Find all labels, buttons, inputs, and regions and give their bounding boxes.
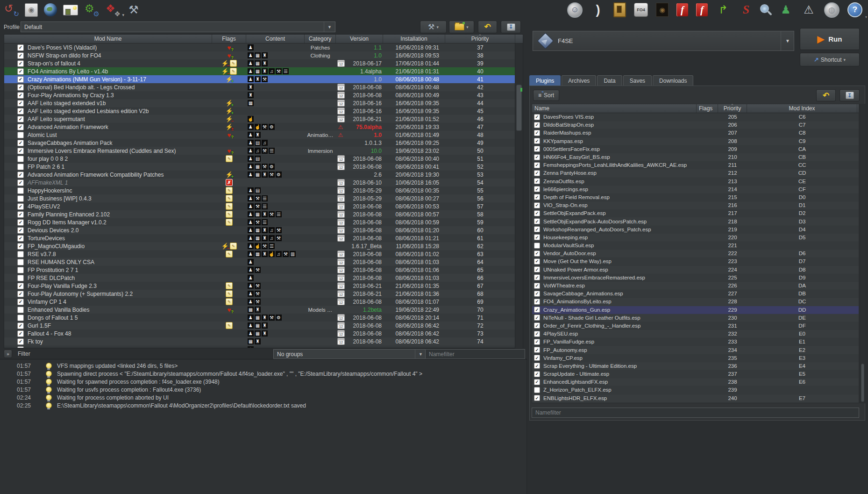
mod-row[interactable]: Just Business [WIP] 0.4.3✎♟⚒☰122018-05-2…: [4, 194, 515, 202]
plugin-row[interactable]: ✓000SettlersFaceFix.esp209CA: [532, 145, 859, 153]
mod-checkbox[interactable]: ✓: [17, 211, 24, 218]
mod-row[interactable]: ✓Four-Play Vanilla Fudge 2.3✎♟⚒122018-06…: [4, 282, 515, 290]
mod-checkbox[interactable]: ✓: [17, 116, 24, 122]
column-header-content[interactable]: Content: [246, 35, 305, 43]
mod-row[interactable]: FP RSE DLCPatch♟122018-06-0808/06/2018 0…: [4, 274, 515, 282]
tools-menu-button[interactable]: ⚒ ▾: [420, 21, 447, 33]
mod-checkbox[interactable]: [17, 307, 24, 313]
plugin-checkbox[interactable]: ✓: [534, 194, 540, 200]
settings-gears-icon[interactable]: ⚙⚙: [84, 2, 99, 17]
vaultboy-green-icon[interactable]: ♟: [778, 2, 793, 17]
plugin-list-scrollbar[interactable]: [860, 104, 865, 403]
plugin-checkbox[interactable]: ✓: [534, 234, 540, 240]
plugin-checkbox[interactable]: ✓: [534, 379, 540, 385]
mod-row[interactable]: four play 0 0 8 2✎♟▤122018-06-0808/06/20…: [4, 155, 515, 163]
plugin-checkbox[interactable]: ✓: [534, 299, 540, 305]
plugin-checkbox[interactable]: ✓: [534, 307, 540, 313]
plugin-checkbox[interactable]: ✓: [534, 202, 540, 208]
plugin-checkbox[interactable]: ✓: [534, 170, 540, 176]
plugin-checkbox[interactable]: ✓: [534, 162, 540, 168]
mod-row[interactable]: HappyHookersInc✎♟▤122018-05-2908/06/2018…: [4, 186, 515, 194]
mod-checkbox[interactable]: ✓: [17, 76, 24, 83]
mod-namefilter-input[interactable]: Namefilter: [425, 349, 525, 359]
mod-row[interactable]: FP Prostitution 2 7 1♟⚒122018-06-0808/06…: [4, 266, 515, 274]
open-folder-button[interactable]: ▾: [449, 21, 474, 33]
mod-row[interactable]: ✓Crazy Animations (NMM Gun Version) - 3-…: [4, 75, 515, 83]
plugin-row[interactable]: ✓FP_Autonomy.esp234E2: [532, 346, 859, 354]
script-s-icon[interactable]: S: [739, 2, 754, 17]
filter-expand-button[interactable]: »: [4, 350, 12, 358]
plugin-checkbox[interactable]: ✓: [534, 347, 540, 353]
mod-checkbox[interactable]: ✓: [17, 100, 24, 107]
mod-row[interactable]: Enhanced Vanilla Bodies♥?▦♜Models …1.2be…: [4, 306, 515, 314]
mod-checkbox[interactable]: ✓: [17, 92, 24, 99]
plugin-row[interactable]: ✓SavageCabbage_Animations.esp227DB: [532, 290, 859, 298]
plugin-checkbox[interactable]: ✓: [534, 266, 540, 272]
plugin-checkbox[interactable]: [534, 387, 540, 393]
mod-row[interactable]: ✓Fk toy▦♜122018-06-0808/06/2018 06:4274: [4, 337, 515, 345]
plugin-row[interactable]: ✓Housekeeping.esp220D5: [532, 234, 859, 242]
mod-row[interactable]: ✓Dave's Poses VIS (Valdacil)♥?♟Patches1.…: [4, 43, 515, 51]
bodyslide-icon[interactable]: ): [591, 2, 605, 17]
plugin-checkbox[interactable]: ✓: [534, 322, 540, 329]
tab-plugins[interactable]: Plugins: [529, 75, 561, 86]
mod-row[interactable]: Dongs of Fallout 1 5♟▦♜⚒⚙122018-06-0808/…: [4, 314, 515, 322]
plugin-row[interactable]: ✓HN66Fo4_EasyGirl_BS.esp210CB: [532, 153, 859, 161]
column-header-category[interactable]: Category: [305, 35, 336, 43]
plugin-checkbox[interactable]: ✓: [534, 371, 540, 377]
mod-checkbox[interactable]: ✓: [17, 60, 24, 67]
mod-checkbox[interactable]: ✓: [17, 291, 24, 297]
mod-checkbox[interactable]: ✓: [17, 52, 24, 59]
world-globe-icon[interactable]: ◍: [824, 2, 840, 18]
plugin-row[interactable]: ✓ZennaOutfits.esp213CE: [532, 178, 859, 186]
mod-row[interactable]: ✓Devious Devices 2.0♟▦♜♫⚒122018-06-0808/…: [4, 226, 515, 234]
mod-checkbox[interactable]: ✓: [17, 44, 24, 51]
mod-row[interactable]: RSE HUMANS ONLY CSA♟122018-06-0808/06/20…: [4, 258, 515, 266]
loot-arrow-icon[interactable]: ↱: [716, 2, 731, 17]
wryebash-door-icon[interactable]: [613, 2, 626, 17]
plugin-row[interactable]: ✓ImmersiveLoversEmbraceRemastered.esp225…: [532, 274, 859, 282]
plugin-checkbox[interactable]: ✓: [534, 339, 540, 345]
plugin-checkbox[interactable]: ✓: [534, 122, 540, 128]
plugin-row[interactable]: ✓FO4_AnimationsByLeito.esp228DC: [532, 298, 859, 306]
plugin-row[interactable]: ✓Depth of Field Removal.esp215D0: [532, 193, 859, 201]
mod-row[interactable]: ✓NSFW Strap-on dildo for FO4♥?♟▦♜Clothin…: [4, 51, 515, 59]
column-header-version[interactable]: Version: [336, 35, 383, 43]
sort-button[interactable]: ≡ Sort: [533, 90, 559, 101]
column-header-name[interactable]: Name: [532, 104, 697, 113]
plugin-row[interactable]: ✓VotWTheatre.esp226DA: [532, 282, 859, 290]
mod-checkbox[interactable]: [17, 315, 24, 321]
mod-checkbox[interactable]: ✓: [17, 219, 24, 226]
plugin-checkbox[interactable]: ✓: [534, 186, 540, 192]
mod-row[interactable]: ✓Vinfamy CP 1 4✎♟⚒122018-06-0808/06/2018…: [4, 298, 515, 306]
plugin-checkbox[interactable]: ✓: [534, 154, 540, 160]
mod-checkbox[interactable]: ✓: [17, 84, 24, 91]
plugin-checkbox[interactable]: ✓: [534, 226, 540, 232]
mod-checkbox[interactable]: [17, 164, 24, 170]
circuit-board-icon[interactable]: ◉: [656, 3, 669, 17]
mod-row[interactable]: ✓TortureDevices♟▦♜♫⚒122018-06-0808/06/20…: [4, 234, 515, 242]
plugin-row[interactable]: ModularVaultSuit.esp221: [532, 242, 859, 250]
plugin-checkbox[interactable]: ✓: [534, 395, 540, 401]
plugin-checkbox[interactable]: ✓: [534, 331, 540, 337]
plugin-namefilter-input[interactable]: Namefilter: [532, 408, 859, 418]
plugin-row[interactable]: ✓Vinfamy_CP.esp235E3: [532, 354, 859, 362]
mod-row[interactable]: ✓Immersive Lovers Embrace Remastered (Cu…: [4, 147, 515, 155]
flash-exe-icon-2[interactable]: f: [696, 3, 708, 16]
plugin-row[interactable]: ✓VIO_Strap-On.esp216D1: [532, 201, 859, 209]
help-icon[interactable]: ?: [847, 2, 862, 17]
plugin-row[interactable]: ✓KKYpampas.esp208C9: [532, 137, 859, 145]
mod-checkbox[interactable]: ✓: [17, 338, 24, 345]
install-mod-icon[interactable]: ◉: [25, 3, 38, 17]
scrollbar-thumb[interactable]: [861, 364, 864, 402]
chevron-down-icon[interactable]: ▼: [415, 350, 423, 358]
mod-checkbox[interactable]: [17, 259, 24, 265]
plugin-row[interactable]: ✓FP_VanillaFudge.esp233E1: [532, 338, 859, 346]
executable-select[interactable]: F4SE ▼: [533, 31, 794, 51]
plugin-row[interactable]: ✓NiTeNull - Shade Girl Leather Outfits.e…: [532, 314, 859, 322]
column-header-priority[interactable]: Priority^: [445, 35, 515, 43]
mod-checkbox[interactable]: ✓: [17, 322, 24, 329]
install-archive-icon[interactable]: ↺↻: [4, 2, 19, 17]
chevron-down-icon[interactable]: ▼: [781, 31, 790, 50]
plugin-checkbox[interactable]: ✓: [534, 274, 540, 280]
